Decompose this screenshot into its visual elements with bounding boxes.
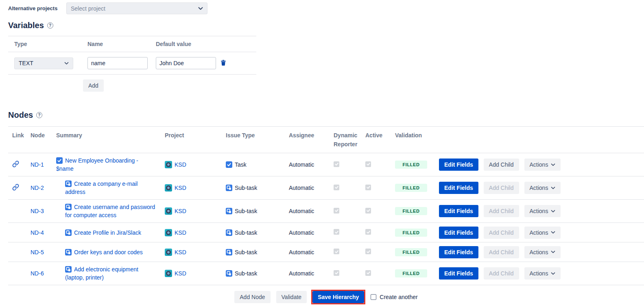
actions-button[interactable]: Actions — [524, 246, 561, 258]
subtask-icon — [65, 204, 72, 210]
add-child-button: Add Child — [484, 227, 519, 239]
column-node: Node — [26, 131, 52, 140]
project-avatar — [165, 207, 172, 215]
subtask-icon — [226, 229, 232, 236]
create-another-checkbox[interactable] — [371, 294, 376, 300]
select-placeholder: Select project — [71, 5, 105, 12]
link-icon[interactable] — [12, 185, 19, 192]
task-icon — [226, 161, 232, 168]
add-child-button: Add Child — [484, 182, 519, 194]
save-hierarchy-button[interactable]: Save Hierarchy — [312, 291, 364, 303]
issue-type-label: Sub-task — [235, 270, 257, 277]
column-link: Link — [8, 131, 26, 140]
summary-link[interactable]: Create a company e-mail address — [65, 181, 138, 195]
alternative-projects-label: Alternative projects — [8, 5, 66, 11]
summary-link[interactable]: Create Profile in Jira/Slack — [74, 229, 141, 236]
project-avatar — [165, 161, 172, 168]
dynamic-reporter-checkbox — [334, 208, 339, 214]
delete-variable-button[interactable] — [220, 59, 227, 67]
node-id-link[interactable]: ND-1 — [31, 161, 44, 168]
node-id-link[interactable]: ND-5 — [31, 249, 44, 255]
edit-fields-button[interactable]: Edit Fields — [439, 182, 478, 194]
add-variable-button[interactable]: Add — [83, 79, 104, 92]
summary-link[interactable]: Add electronic equipment (laptop, printe… — [65, 266, 138, 281]
column-dynamic-reporter: Dynamic Reporter — [330, 131, 361, 149]
edit-fields-button[interactable]: Edit Fields — [439, 267, 478, 280]
create-another-option[interactable]: Create another — [371, 294, 417, 300]
assignee-label: Automatic — [289, 208, 314, 214]
actions-button[interactable]: Actions — [524, 267, 561, 280]
add-variable-row: Add — [8, 79, 256, 92]
actions-button[interactable]: Actions — [524, 227, 561, 239]
project-link[interactable]: KSD — [175, 229, 186, 236]
node-id-link[interactable]: ND-3 — [31, 208, 44, 214]
issue-type-label: Sub-task — [235, 185, 257, 191]
validation-badge: FILLED — [395, 248, 427, 256]
chevron-down-icon — [551, 210, 555, 213]
chevron-down-icon — [551, 231, 555, 234]
summary-link[interactable]: Create username and password for compute… — [65, 204, 155, 218]
node-id-link[interactable]: ND-6 — [31, 270, 44, 277]
assignee-label: Automatic — [289, 185, 314, 191]
subtask-icon — [226, 208, 232, 214]
column-type: Type — [8, 41, 81, 47]
table-row: ND-6 Add electronic equipment (laptop, p… — [8, 262, 644, 285]
subtask-icon — [226, 249, 232, 255]
actions-button[interactable]: Actions — [524, 182, 561, 194]
project-link[interactable]: KSD — [175, 249, 186, 255]
column-name: Name — [81, 41, 150, 47]
dynamic-reporter-checkbox — [334, 229, 339, 235]
column-issue-type: Issue Type — [222, 131, 285, 140]
nodes-heading-row: Nodes ? — [8, 110, 644, 120]
alternative-projects-select[interactable]: Select project — [66, 2, 207, 14]
variable-type-value: TEXT — [19, 60, 33, 66]
validation-badge: FILLED — [395, 229, 427, 237]
actions-label: Actions — [530, 229, 548, 236]
issue-type-label: Sub-task — [235, 249, 257, 255]
task-icon — [56, 157, 63, 164]
issue-type-label: Sub-task — [235, 208, 257, 214]
table-row: ND-1 New Employee Onboarding - $name KSD… — [8, 153, 644, 176]
assignee-label: Automatic — [289, 229, 314, 236]
dynamic-reporter-checkbox — [334, 161, 339, 167]
project-link[interactable]: KSD — [175, 270, 186, 277]
project-link[interactable]: KSD — [175, 208, 186, 214]
node-id-link[interactable]: ND-4 — [31, 229, 44, 236]
actions-button[interactable]: Actions — [524, 205, 561, 217]
project-avatar — [165, 229, 172, 236]
summary-link[interactable]: Order keys and door codes — [74, 249, 143, 255]
variable-default-input[interactable] — [156, 57, 216, 69]
actions-label: Actions — [530, 161, 548, 168]
active-checkbox — [365, 229, 371, 235]
help-icon[interactable]: ? — [47, 22, 53, 29]
actions-label: Actions — [530, 270, 548, 277]
variable-name-input[interactable] — [87, 57, 148, 69]
validation-badge: FILLED — [395, 269, 427, 277]
dynamic-reporter-checkbox — [334, 249, 339, 254]
column-summary: Summary — [52, 131, 161, 140]
add-node-button[interactable]: Add Node — [234, 291, 270, 303]
edit-fields-button[interactable]: Edit Fields — [439, 205, 478, 217]
subtask-icon — [226, 270, 232, 277]
add-child-button: Add Child — [484, 267, 519, 280]
column-assignee: Assignee — [285, 131, 330, 140]
project-link[interactable]: KSD — [175, 185, 186, 191]
project-avatar — [165, 184, 172, 192]
project-link[interactable]: KSD — [175, 161, 186, 168]
variable-type-select[interactable]: TEXT — [14, 57, 73, 69]
summary-link[interactable]: New Employee Onboarding - $name — [56, 157, 138, 172]
actions-label: Actions — [530, 249, 548, 255]
actions-label: Actions — [530, 185, 548, 191]
nodes-heading: Nodes — [8, 110, 33, 120]
edit-fields-button[interactable]: Edit Fields — [439, 246, 478, 258]
validation-badge: FILLED — [395, 184, 427, 192]
add-child-button[interactable]: Add Child — [484, 159, 519, 171]
actions-button[interactable]: Actions — [524, 159, 561, 171]
help-icon[interactable]: ? — [36, 112, 42, 118]
link-icon[interactable] — [12, 162, 19, 169]
edit-fields-button[interactable]: Edit Fields — [439, 159, 478, 171]
validate-button[interactable]: Validate — [276, 291, 307, 303]
edit-fields-button[interactable]: Edit Fields — [439, 227, 478, 239]
chevron-down-icon — [551, 163, 555, 166]
node-id-link[interactable]: ND-2 — [31, 185, 44, 191]
